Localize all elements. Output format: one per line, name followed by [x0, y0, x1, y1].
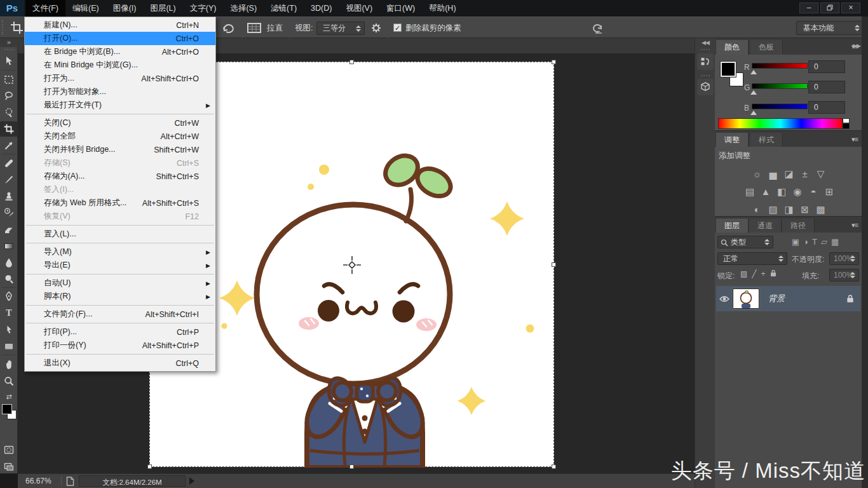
menu-item-save-as[interactable]: 存储为(A)...Shift+Ctrl+S — [25, 170, 215, 183]
quick-selection-tool[interactable] — [0, 105, 18, 120]
crop-handle-top-center[interactable] — [349, 60, 354, 64]
color-lookup-icon[interactable]: ⊞ — [822, 185, 837, 199]
menu-item-place[interactable]: 置入(L)... — [25, 227, 215, 241]
menu-item-browse-in-bridge[interactable]: 在 Bridge 中浏览(B)...Alt+Ctrl+O — [25, 45, 215, 58]
color-spectrum-ramp[interactable] — [718, 118, 843, 129]
tab-color[interactable]: 颜色 — [716, 40, 749, 55]
foreground-color-swatch[interactable] — [2, 404, 12, 414]
crop-tool[interactable] — [0, 121, 18, 137]
menu-file[interactable]: 文件(F) — [25, 0, 65, 17]
menu-item-open[interactable]: 打开(O)...Ctrl+O — [25, 32, 215, 45]
layer-visibility-eye-icon[interactable] — [716, 295, 733, 302]
channel-b-thumb[interactable] — [750, 111, 757, 115]
tab-adjustments[interactable]: 调整 — [716, 133, 749, 147]
type-tool[interactable]: T — [0, 306, 18, 321]
tab-styles[interactable]: 样式 — [750, 133, 783, 147]
levels-icon[interactable]: ▅ — [765, 167, 781, 181]
selective-color-icon[interactable]: ▩ — [813, 203, 829, 217]
panel-menu-icon[interactable]: ▾≡ — [851, 135, 858, 144]
dodge-tool[interactable] — [0, 271, 18, 287]
filter-smart-objects-icon[interactable]: ▦ — [831, 237, 843, 247]
crop-handle-bottom-right[interactable] — [552, 464, 556, 469]
crop-handle-top-right[interactable] — [552, 60, 556, 64]
menu-item-print-one-copy[interactable]: 打印一份(Y)Alt+Shift+Ctrl+P — [25, 339, 215, 352]
rotate-crop-icon[interactable] — [222, 22, 236, 34]
photo-filter-icon[interactable]: ◉ — [790, 185, 806, 199]
collapse-panels-icon[interactable]: ◀◀ — [695, 39, 715, 46]
straighten-button[interactable]: 拉直 — [267, 17, 283, 39]
pen-tool[interactable] — [0, 289, 18, 304]
crop-handle-middle-right[interactable] — [552, 262, 556, 267]
channel-r-value[interactable]: 0 — [808, 60, 845, 73]
status-options-arrow[interactable] — [189, 477, 194, 485]
menu-type[interactable]: 文字(Y) — [183, 0, 224, 17]
filter-adjustment-layers-icon[interactable]: ◑ — [803, 237, 812, 247]
gradient-map-icon[interactable]: ⊠ — [797, 203, 813, 217]
blend-mode-select[interactable]: 正常 — [717, 252, 787, 265]
layer-thumbnail[interactable] — [733, 288, 759, 309]
menu-item-close-all[interactable]: 关闭全部Alt+Ctrl+W — [25, 130, 215, 143]
color-balance-icon[interactable]: ▲ — [758, 185, 774, 199]
filter-pixel-layers-icon[interactable]: ▣ — [792, 237, 803, 247]
history-panel-icon[interactable] — [697, 53, 714, 70]
close-button[interactable]: × — [841, 3, 860, 13]
channel-r-slider[interactable] — [752, 63, 808, 69]
vibrance-icon[interactable]: ▽ — [813, 167, 829, 181]
delete-cropped-pixels-checkbox[interactable]: ✓ — [393, 24, 402, 32]
clone-stamp-tool[interactable] — [0, 189, 18, 204]
crop-tool-preset-icon[interactable] — [10, 20, 25, 34]
menu-item-close-and-go-to-bridge[interactable]: 关闭并转到 Bridge...Shift+Ctrl+W — [25, 143, 215, 156]
fill-value[interactable]: 100% — [829, 269, 859, 281]
black-white-icon[interactable]: ◧ — [774, 185, 790, 199]
eyedropper-tool[interactable] — [0, 138, 18, 153]
reset-crop-icon[interactable] — [591, 22, 605, 34]
menu-item-new[interactable]: 新建(N)...Ctrl+N — [25, 18, 215, 32]
crop-handle-bottom-left[interactable] — [147, 464, 152, 469]
screen-mode-icon[interactable] — [0, 459, 18, 474]
layer-filter-select[interactable]: 类型 — [717, 236, 773, 248]
spectrum-white-swatch[interactable] — [843, 118, 850, 123]
lasso-tool[interactable] — [0, 88, 18, 104]
path-selection-tool[interactable] — [0, 322, 18, 337]
curves-icon[interactable]: ◪ — [781, 167, 797, 181]
swap-colors-icon[interactable]: ⇄ — [0, 391, 18, 402]
channel-b-value[interactable]: 0 — [808, 101, 845, 114]
rectangle-shape-tool[interactable] — [0, 339, 18, 354]
toolbar-expand-icon[interactable]: » — [0, 38, 18, 47]
opacity-value[interactable]: 100% — [829, 252, 859, 265]
menu-item-open-as[interactable]: 打开为...Alt+Shift+Ctrl+O — [25, 72, 215, 85]
hand-tool[interactable] — [0, 357, 18, 372]
tab-channels[interactable]: 通道 — [749, 219, 782, 233]
lock-all-icon[interactable] — [770, 269, 776, 277]
menu-help[interactable]: 帮助(H) — [422, 0, 463, 17]
menu-item-automate[interactable]: 自动(U)▶ — [25, 276, 215, 290]
crop-handle-bottom-center[interactable] — [349, 464, 354, 469]
foreground-background-colors[interactable] — [2, 404, 17, 421]
menu-item-print[interactable]: 打印(P)...Ctrl+P — [25, 325, 215, 339]
lock-position-icon[interactable]: + — [761, 269, 770, 278]
menu-item-file-info[interactable]: 文件简介(F)...Alt+Shift+Ctrl+I — [25, 308, 215, 321]
menu-select[interactable]: 选择(S) — [223, 0, 264, 17]
hue-saturation-icon[interactable]: ▤ — [742, 185, 758, 199]
channel-mixer-icon[interactable]: ◓ — [806, 185, 822, 199]
expand-dock-icon[interactable]: ▶▶ — [853, 43, 860, 49]
3d-panel-icon[interactable] — [697, 79, 714, 95]
zoom-level-field[interactable]: 66.67% — [25, 474, 51, 488]
spot-healing-brush-tool[interactable] — [0, 156, 18, 171]
menu-item-open-as-smart-object[interactable]: 打开为智能对象... — [25, 85, 215, 98]
color-foreground-swatch[interactable] — [721, 62, 736, 77]
menu-item-scripts[interactable]: 脚本(R)▶ — [25, 290, 215, 303]
move-tool[interactable] — [0, 53, 18, 69]
menu-layer[interactable]: 图层(L) — [143, 0, 182, 17]
channel-b-slider[interactable] — [752, 104, 808, 109]
channel-g-thumb[interactable] — [750, 90, 757, 95]
menu-view[interactable]: 视图(V) — [339, 0, 379, 17]
blur-tool[interactable] — [0, 255, 18, 270]
menu-item-exit[interactable]: 退出(X)Ctrl+Q — [25, 356, 215, 370]
document-status-icon[interactable] — [66, 477, 74, 486]
channel-g-value[interactable]: 0 — [808, 81, 845, 93]
gradient-tool[interactable] — [0, 238, 18, 254]
menu-item-import[interactable]: 导入(M)▶ — [25, 245, 215, 259]
brush-tool[interactable] — [0, 172, 18, 187]
tab-paths[interactable]: 路径 — [782, 219, 815, 233]
